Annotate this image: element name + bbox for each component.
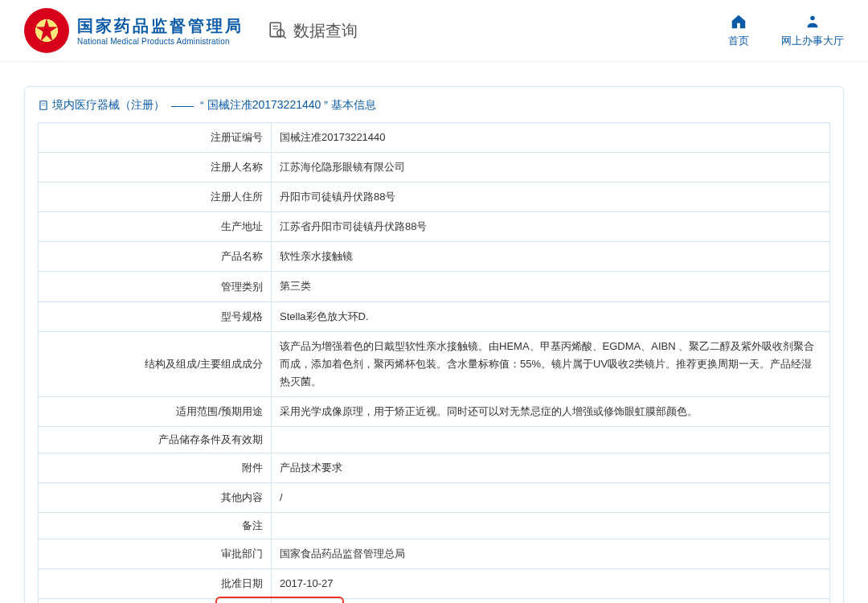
- org-name-cn: 国家药品监督管理局: [77, 15, 244, 37]
- nav-home[interactable]: 首页: [728, 13, 749, 48]
- row-value: 软性亲水接触镜: [272, 242, 830, 272]
- document-search-icon: [268, 20, 289, 41]
- row-label: 其他内容: [39, 483, 272, 513]
- table-row: 附件产品技术要求: [39, 453, 830, 483]
- national-emblem-icon: [24, 8, 69, 53]
- breadcrumb-regno[interactable]: 国械注准20173221440: [207, 98, 321, 113]
- row-value: 江苏省丹阳市司徒镇丹伏路88号: [272, 212, 830, 242]
- person-desk-icon: [804, 13, 821, 31]
- nav-right: 首页 网上办事大厅: [728, 13, 844, 48]
- row-label: 审批部门: [39, 539, 272, 569]
- org-name-en: National Medical Products Administration: [77, 37, 244, 46]
- row-label: 有效期至: [39, 599, 272, 603]
- info-table: 注册证编号国械注准20173221440注册人名称江苏海伦隐形眼镜有限公司注册人…: [38, 122, 830, 603]
- nav-hall-label: 网上办事大厅: [781, 34, 844, 48]
- row-value: 该产品为增强着色的日戴型软性亲水接触镜。由HEMA、甲基丙烯酸、EGDMA、AI…: [272, 331, 830, 396]
- row-label: 适用范围/预期用途: [39, 396, 272, 426]
- table-row: 备注: [39, 513, 830, 539]
- table-row: 批准日期2017-10-27: [39, 569, 830, 599]
- breadcrumb-tail: 基本信息: [331, 98, 376, 113]
- row-label: 结构及组成/主要组成成分: [39, 331, 272, 396]
- breadcrumb-sep: ——: [171, 99, 194, 112]
- row-label: 批准日期: [39, 569, 272, 599]
- row-label: 备注: [39, 513, 272, 539]
- table-row: 产品名称软性亲水接触镜: [39, 242, 830, 272]
- breadcrumb-category[interactable]: 境内医疗器械（注册）: [52, 98, 165, 113]
- table-row: 注册人住所丹阳市司徒镇丹伏路88号: [39, 183, 830, 212]
- header: 国家药品监督管理局 National Medical Products Admi…: [0, 0, 868, 62]
- row-value: 国械注准20173221440: [272, 123, 830, 153]
- nav-service-hall[interactable]: 网上办事大厅: [781, 13, 844, 48]
- home-icon: [730, 13, 747, 31]
- row-value: [272, 427, 830, 453]
- row-value: 江苏海伦隐形眼镜有限公司: [272, 153, 830, 183]
- table-row: 注册人名称江苏海伦隐形眼镜有限公司: [39, 153, 830, 183]
- table-row: 有效期至2022-10-26: [39, 599, 830, 603]
- table-row: 生产地址江苏省丹阳市司徒镇丹伏路88号: [39, 212, 830, 242]
- row-label: 注册证编号: [39, 123, 272, 153]
- row-value: 国家食品药品监督管理总局: [272, 539, 830, 569]
- table-row: 结构及组成/主要组成成分该产品为增强着色的日戴型软性亲水接触镜。由HEMA、甲基…: [39, 331, 830, 396]
- row-label: 产品名称: [39, 242, 272, 272]
- page-title: 数据查询: [268, 20, 358, 42]
- table-row: 产品储存条件及有效期: [39, 427, 830, 453]
- row-value: [272, 513, 830, 539]
- page-title-text: 数据查询: [293, 20, 358, 42]
- content-panel: 境内医疗器械（注册） —— “国械注准20173221440” 基本信息 注册证…: [24, 86, 844, 603]
- svg-marker-0: [36, 18, 58, 42]
- table-row: 适用范围/预期用途采用光学成像原理，用于矫正近视。同时还可以对无禁忌症的人增强或…: [39, 396, 830, 426]
- org-title: 国家药品监督管理局 National Medical Products Admi…: [77, 15, 244, 46]
- row-value: Stella彩色放大环D.: [272, 302, 830, 331]
- row-value: 第三类: [272, 272, 830, 302]
- breadcrumb: 境内医疗器械（注册） —— “国械注准20173221440” 基本信息: [38, 98, 830, 113]
- row-value: 产品技术要求: [272, 453, 830, 483]
- table-row: 其他内容/: [39, 483, 830, 513]
- row-label: 产品储存条件及有效期: [39, 427, 272, 453]
- row-value: 2017-10-27: [272, 569, 830, 599]
- row-value: /: [272, 483, 830, 513]
- row-label: 管理类别: [39, 272, 272, 302]
- table-row: 注册证编号国械注准20173221440: [39, 123, 830, 153]
- nav-home-label: 首页: [728, 34, 749, 48]
- row-value: 采用光学成像原理，用于矫正近视。同时还可以对无禁忌症的人增强或修饰眼虹膜部颜色。: [272, 396, 830, 426]
- row-label: 附件: [39, 453, 272, 483]
- row-label: 注册人名称: [39, 153, 272, 183]
- table-row: 管理类别第三类: [39, 272, 830, 302]
- logo-block: 国家药品监督管理局 National Medical Products Admi…: [24, 8, 244, 53]
- row-label: 注册人住所: [39, 183, 272, 212]
- row-value: 2022-10-26: [272, 599, 830, 603]
- svg-line-5: [284, 36, 286, 39]
- row-label: 生产地址: [39, 212, 272, 242]
- row-value: 丹阳市司徒镇丹伏路88号: [272, 183, 830, 212]
- document-icon: [38, 100, 49, 111]
- table-row: 审批部门国家食品药品监督管理总局: [39, 539, 830, 569]
- svg-point-6: [810, 16, 815, 21]
- row-label: 型号规格: [39, 302, 272, 331]
- table-row: 型号规格Stella彩色放大环D.: [39, 302, 830, 331]
